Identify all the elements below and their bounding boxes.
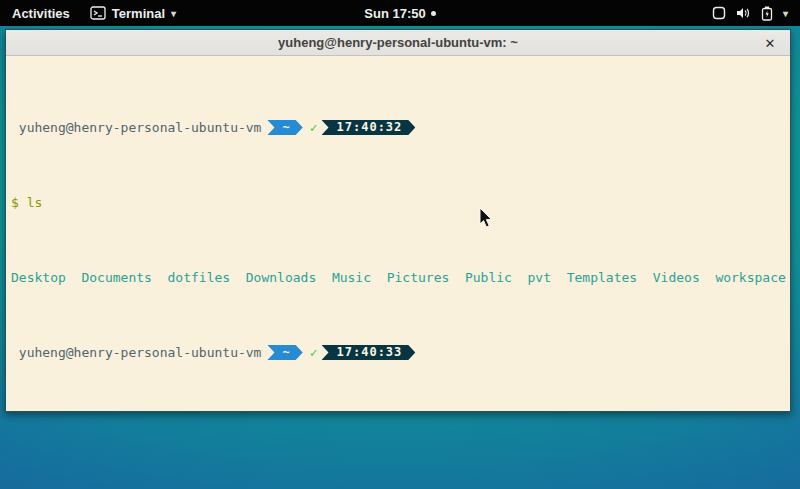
close-icon[interactable]: ✕ <box>760 33 780 53</box>
directory-entry: Pictures <box>387 270 450 285</box>
top-bar: Activities Terminal ▾ Sun 17:50 <box>0 0 800 26</box>
directory-entry: workspace <box>715 270 785 285</box>
directory-entry: Documents <box>81 270 151 285</box>
prompt-path-segment: ~ <box>267 120 302 135</box>
activities-button[interactable]: Activities <box>0 0 82 26</box>
prompt-time-segment: 17:40:32 <box>322 120 416 135</box>
ls-output-line: DesktopDocumentsdotfilesDownloadsMusicPi… <box>11 270 785 285</box>
app-menu-terminal[interactable]: Terminal ▾ <box>82 0 184 26</box>
window-titlebar[interactable]: yuheng@henry-personal-ubuntu-vm: ~ ✕ <box>6 30 790 56</box>
directory-entry: dotfiles <box>168 270 231 285</box>
volume-icon <box>736 6 751 20</box>
clock-label[interactable]: Sun 17:50 <box>364 6 425 21</box>
prompt-username: yuheng@henry-personal-ubuntu-vm <box>11 120 261 135</box>
terminal-icon <box>90 6 106 20</box>
terminal-output[interactable]: yuheng@henry-personal-ubuntu-vm ~ ✓ 17:4… <box>6 56 790 411</box>
directory-entry: Music <box>332 270 371 285</box>
chevron-down-icon: ▾ <box>171 8 176 19</box>
notification-dot-icon <box>431 11 436 16</box>
prompt-dollar: $ <box>11 195 27 210</box>
prompt-path-segment: ~ <box>267 345 302 360</box>
command-line: $ ls <box>11 195 785 210</box>
screen-icon <box>712 6 726 20</box>
prompt-time-segment: 17:40:33 <box>322 345 416 360</box>
prompt-status-check-icon: ✓ <box>310 120 318 135</box>
typed-command: ls <box>27 195 43 210</box>
directory-entry: Downloads <box>246 270 316 285</box>
battery-charging-icon <box>761 6 773 21</box>
directory-entry: pvt <box>528 270 551 285</box>
chevron-down-icon: ▾ <box>783 8 788 19</box>
prompt-line-2: yuheng@henry-personal-ubuntu-vm ~ ✓ 17:4… <box>11 345 785 360</box>
system-status-area[interactable]: ▾ <box>706 0 794 26</box>
prompt-username: yuheng@henry-personal-ubuntu-vm <box>11 345 261 360</box>
directory-entry: Public <box>465 270 512 285</box>
app-menu-label: Terminal <box>112 6 165 21</box>
prompt-line-1: yuheng@henry-personal-ubuntu-vm ~ ✓ 17:4… <box>11 120 785 135</box>
window-title: yuheng@henry-personal-ubuntu-vm: ~ <box>278 35 518 50</box>
directory-entry: Videos <box>653 270 700 285</box>
directory-entry: Templates <box>567 270 637 285</box>
terminal-window: yuheng@henry-personal-ubuntu-vm: ~ ✕ yuh… <box>5 29 791 412</box>
prompt-status-check-icon: ✓ <box>310 345 318 360</box>
directory-entry: Desktop <box>11 270 66 285</box>
activities-label: Activities <box>12 6 70 21</box>
